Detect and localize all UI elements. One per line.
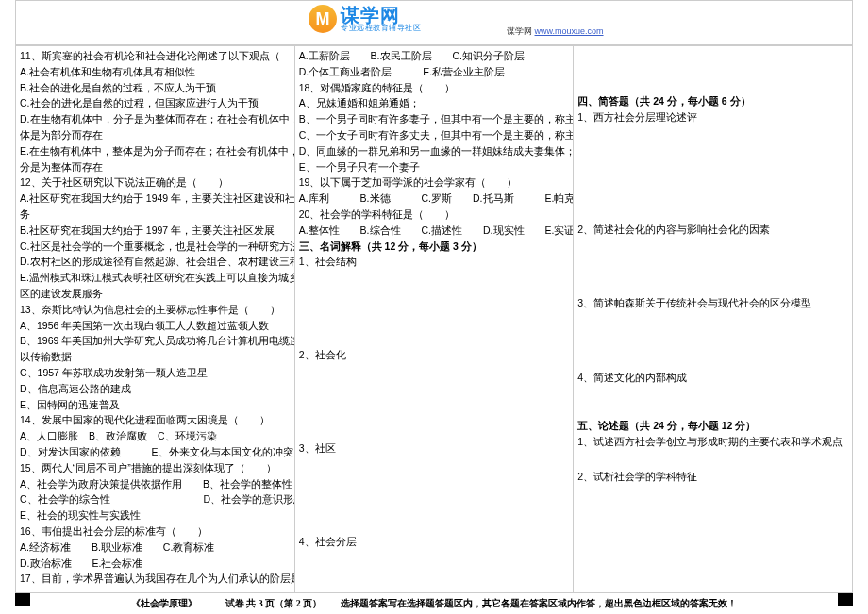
q11-opt-e1: E.在生物有机体中，整体是为分子而存在；在社会有机体中，部 <box>20 143 291 159</box>
q11-opt-e2: 分是为整体而存在 <box>20 159 291 175</box>
s4-q2: 2、简述社会化的内容与影响社会化的因素 <box>577 222 848 238</box>
site-url-link[interactable]: www.mouxue.com <box>535 26 604 36</box>
answer-space <box>299 363 570 422</box>
q20-opts: A.整体性 B.综合性 C.描述性 D.现实性 E.实证性 <box>299 223 570 239</box>
section-4-heading: 四、简答题（共 24 分，每小题 6 分） <box>577 93 848 109</box>
s4-q1: 1、西方社会分层理论述评 <box>577 109 848 125</box>
term-2: 2、社会化 <box>299 347 570 363</box>
q12-opt-e1: E.温州模式和珠江模式表明社区研究在实践上可以直接为城乡社 <box>20 270 291 286</box>
site-logo: M 谋学网 专业远程教育辅导社区 <box>309 5 421 33</box>
q18: 18、对偶婚家庭的特征是（ ） <box>299 80 570 96</box>
column-1: 11、斯宾塞的社会有机论和社会进化论阐述了以下观点（ ） A.社会有机体和生物有… <box>16 46 295 592</box>
section-3-heading: 三、名词解释（共 12 分，每小题 3 分） <box>299 239 570 255</box>
q11-opt-b: B.社会的进化是自然的过程，不应人为干预 <box>20 80 291 96</box>
q18-opt-e: E、一个男子只有一个妻子 <box>299 159 570 175</box>
answer-space <box>577 311 848 370</box>
page-footer: 《社会学原理》 试卷 共 3 页（第 2 页） 选择题答案写在选择题答题区内，其… <box>0 597 868 610</box>
term-4: 4、社会分层 <box>299 534 570 550</box>
q16: 16、韦伯提出社会分层的标准有（ ） <box>20 523 291 539</box>
q16-opts-de: D.政治标准 E.社会标准 <box>20 556 291 572</box>
section-5-heading: 五、论述题（共 24 分，每小题 12 分） <box>577 418 848 434</box>
site-link: 谋学网 www.mouxue.com <box>507 25 604 38</box>
column-2: A.工薪阶层 B.农民工阶层 C.知识分子阶层 D.个体工商业者阶层 E.私营企… <box>295 46 575 592</box>
exam-content: 11、斯宾塞的社会有机论和社会进化论阐述了以下观点（ ） A.社会有机体和生物有… <box>15 45 853 593</box>
q12-opt-c: C.社区是社会学的一个重要概念，也是社会学的一种研究方法 <box>20 239 291 255</box>
q18-opt-d: D、同血缘的一群兄弟和另一血缘的一群姐妹结成夫妻集体； <box>299 143 570 159</box>
q14: 14、发展中国家的现代化进程面临两大困境是（ ） <box>20 412 291 428</box>
q11-opt-d1: D.在生物有机体中，分子是为整体而存在；在社会有机体中，整 <box>20 111 291 127</box>
answer-space <box>577 125 848 184</box>
q12-opt-b: B.社区研究在我国大约始于 1997 年，主要关注社区发展 <box>20 223 291 239</box>
logo-title: 谋学网 <box>341 6 421 25</box>
q19-opts: A.库利 B.米德 C.罗斯 D.托马斯 E.帕克 <box>299 191 570 207</box>
q13-opt-c: C、1957 年苏联成功发射第一颗人造卫星 <box>20 365 291 381</box>
q15: 15、两代人“同居不同户”措施的提出深刻体现了（ ） <box>20 460 291 476</box>
q11-opt-a: A.社会有机体和生物有机体具有相似性 <box>20 64 291 80</box>
s5-q1: 1、试述西方社会学创立与形成时期的主要代表和学术观点 <box>577 434 848 450</box>
q13-opt-a: A、1956 年美国第一次出现白领工人人数超过蓝领人数 <box>20 318 291 334</box>
q19: 19、以下属于芝加哥学派的社会学家有（ ） <box>299 174 570 191</box>
answer-space <box>299 456 570 515</box>
q18-opt-c: C、一个女子同时有许多丈夫，但其中有一个是主要的，称主夫； <box>299 127 570 143</box>
q12-opt-e2: 区的建设发展服务 <box>20 286 291 302</box>
q15-opts-ab: A、社会学为政府决策提供依据作用 B、社会学的整体性 <box>20 476 291 492</box>
logo-subtitle: 专业远程教育辅导社区 <box>341 25 421 32</box>
q17: 17、目前，学术界普遍认为我国存在几个为人们承认的阶层是（ ） <box>20 571 291 587</box>
q13-opt-b1: B、1969 年美国加州大学研究人员成功将几台计算机用电缆连接 <box>20 333 291 349</box>
q13-opt-d: D、信息高速公路的建成 <box>20 381 291 397</box>
q12: 12、关于社区研究以下说法正确的是（ ） <box>20 174 291 191</box>
q13-opt-b2: 以传输数据 <box>20 349 291 365</box>
answer-space <box>299 270 570 328</box>
q18-opt-a: A、兄妹通婚和姐弟通婚； <box>299 95 570 111</box>
q20: 20、社会学的学科特征是（ ） <box>299 207 570 223</box>
column-3: 四、简答题（共 24 分，每小题 6 分） 1、西方社会分层理论述评 2、简述社… <box>574 46 852 592</box>
q15-opt-e: E、社会的现实性与实践性 <box>20 507 291 523</box>
q15-opts-cd: C、社会学的综合性 D、社会学的意识形态性 <box>20 491 291 507</box>
q12-opt-a2: 务 <box>20 207 291 223</box>
q11-opt-d2: 体是为部分而存在 <box>20 127 291 143</box>
q13-opt-e: E、因特网的迅速普及 <box>20 397 291 413</box>
q17-opts-abc: A.工薪阶层 B.农民工阶层 C.知识分子阶层 <box>299 48 570 64</box>
term-1: 1、社会结构 <box>299 254 570 270</box>
q11-opt-c: C.社会的进化是自然的过程，但国家应进行人为干预 <box>20 95 291 111</box>
logo-icon: M <box>309 5 337 33</box>
q14-opts-abc: A、人口膨胀 B、政治腐败 C、环境污染 <box>20 428 291 444</box>
s4-q3: 3、简述帕森斯关于传统社会与现代社会的区分模型 <box>577 295 848 311</box>
q14-opts-de: D、对发达国家的依赖 E、外来文化与本国文化的冲突 <box>20 444 291 460</box>
q17-opts-de: D.个体工商业者阶层 E.私营企业主阶层 <box>299 64 570 80</box>
q16-opts-abc: A.经济标准 B.职业标准 C.教育标准 <box>20 539 291 556</box>
answer-space <box>577 237 848 295</box>
page-header: M 谋学网 专业远程教育辅导社区 谋学网 www.mouxue.com <box>15 0 853 45</box>
q12-opt-d: D.农村社区的形成途径有自然起源、社会组合、农村建设三种 <box>20 254 291 270</box>
q18-opt-b: B、一个男子同时有许多妻子，但其中有一个是主要的，称主妻； <box>299 111 570 127</box>
s4-q4: 4、简述文化的内部构成 <box>577 370 848 386</box>
q12-opt-a1: A.社区研究在我国大约始于 1949 年，主要关注社区建设和社区服 <box>20 191 291 207</box>
q13: 13、奈斯比特认为信息社会的主要标志性事件是（ ） <box>20 302 291 318</box>
q11: 11、斯宾塞的社会有机论和社会进化论阐述了以下观点（ ） <box>20 48 291 64</box>
term-3: 3、社区 <box>299 440 570 456</box>
s5-q2: 2、试析社会学的学科特征 <box>577 469 848 485</box>
